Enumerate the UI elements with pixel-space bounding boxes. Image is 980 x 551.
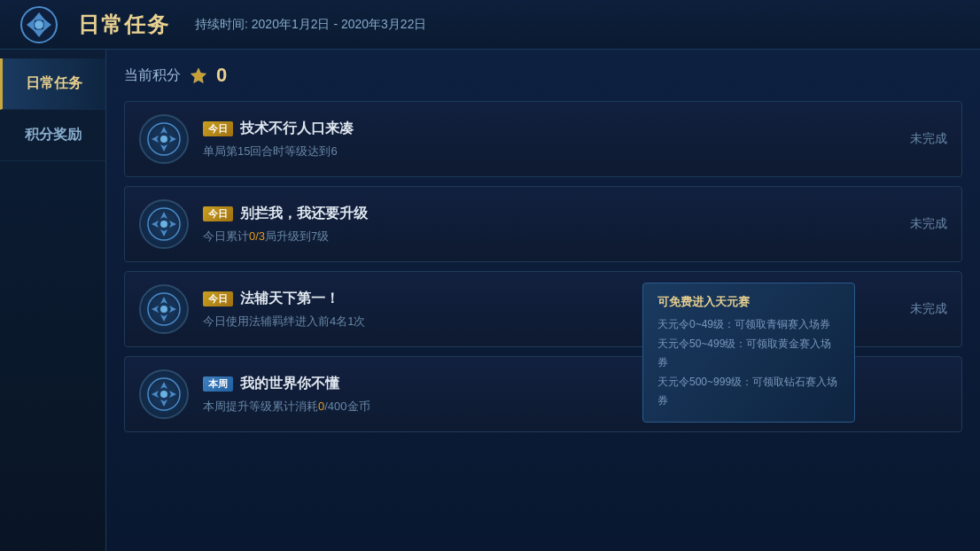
score-icon: [190, 66, 207, 84]
task-card-4: 本周 我的世界你不懂 本周提升等级累计消耗0/400金币 可免费进入天元赛 天元…: [124, 356, 962, 432]
task-title-3: 法辅天下第一！: [240, 290, 339, 308]
svg-marker-15: [160, 229, 167, 237]
task-card-2: 今日 别拦我，我还要升级 今日累计0/3局升级到7级 未完成: [124, 186, 962, 262]
svg-marker-10: [152, 136, 159, 143]
svg-marker-6: [191, 68, 206, 83]
svg-marker-11: [169, 136, 176, 143]
task-icon-1: [139, 114, 189, 164]
svg-point-18: [160, 221, 167, 228]
svg-marker-17: [169, 221, 176, 228]
sidebar: 日常任务 积分奖励: [0, 50, 106, 551]
task-status-3: 未完成: [910, 301, 947, 317]
task-card-1: 今日 技术不行人口来凑 单局第15回合时等级达到6 未完成: [124, 101, 962, 177]
sidebar-item-score[interactable]: 积分奖励: [0, 110, 105, 161]
tooltip-line-3: 天元令500~999级：可领取钻石赛入场券: [657, 373, 840, 411]
task-tag-1: 今日: [203, 121, 233, 136]
task-status-2: 未完成: [910, 216, 947, 232]
svg-marker-29: [169, 391, 176, 398]
header: 日常任务 持续时间: 2020年1月2日 - 2020年3月22日: [0, 0, 980, 50]
svg-marker-21: [160, 314, 167, 322]
task-status-1: 未完成: [910, 131, 947, 147]
task-title-row-2: 今日 别拦我，我还要升级: [203, 205, 896, 223]
score-value: 0: [216, 64, 227, 87]
svg-point-30: [160, 391, 167, 398]
task-title-4: 我的世界你不懂: [240, 375, 339, 393]
svg-marker-26: [160, 382, 167, 389]
svg-marker-27: [160, 400, 167, 407]
task-desc-suffix-2: 局升级到7级: [265, 229, 329, 243]
score-label: 当前积分: [124, 66, 181, 85]
task-tag-2: 今日: [203, 206, 233, 221]
svg-marker-9: [160, 144, 167, 151]
task-title-row-1: 今日 技术不行人口来凑: [203, 120, 896, 138]
task-info-2: 今日 别拦我，我还要升级 今日累计0/3局升级到7级: [203, 205, 896, 244]
main-layout: 日常任务 积分奖励 当前积分 0: [0, 50, 980, 551]
content-area: 当前积分 0 今日: [106, 50, 980, 551]
svg-marker-28: [152, 391, 159, 398]
task-icon-2: [139, 199, 189, 249]
header-duration: 持续时间: 2020年1月2日 - 2020年3月22日: [195, 17, 426, 33]
task-title-1: 技术不行人口来凑: [240, 120, 354, 138]
sidebar-item-daily[interactable]: 日常任务: [0, 58, 105, 110]
task-progress-2: 0/3: [249, 229, 265, 243]
svg-marker-23: [169, 306, 176, 313]
task-tag-3: 今日: [203, 291, 233, 307]
task-desc-1: 单局第15回合时等级达到6: [203, 144, 896, 159]
svg-point-5: [35, 20, 43, 29]
tooltip-popup: 可免费进入天元赛 天元令0~49级：可领取青铜赛入场券 天元令50~499级：可…: [642, 283, 855, 423]
svg-point-12: [160, 136, 167, 143]
task-desc-2: 今日累计0/3局升级到7级: [203, 229, 896, 244]
svg-marker-8: [160, 127, 167, 134]
tooltip-line-1: 天元令0~49级：可领取青铜赛入场券: [657, 315, 840, 335]
svg-point-24: [160, 306, 167, 313]
task-tag-4: 本周: [203, 376, 233, 392]
logo: [18, 4, 60, 46]
svg-marker-20: [160, 297, 167, 304]
task-desc-suffix-4: /400金币: [324, 400, 369, 413]
score-bar: 当前积分 0: [124, 64, 962, 87]
tooltip-title: 可免费进入天元赛: [657, 294, 840, 310]
task-icon-4: [139, 369, 189, 419]
task-info-1: 今日 技术不行人口来凑 单局第15回合时等级达到6: [203, 120, 896, 159]
tooltip-line-2: 天元令50~499级：可领取黄金赛入场券: [657, 335, 840, 373]
svg-marker-22: [152, 306, 159, 313]
task-desc-prefix-2: 今日累计: [203, 229, 249, 243]
page-title: 日常任务: [78, 11, 170, 39]
svg-marker-16: [152, 221, 159, 228]
task-desc-prefix-4: 本周提升等级累计消耗: [203, 400, 318, 413]
task-title-2: 别拦我，我还要升级: [240, 205, 368, 223]
svg-marker-14: [160, 212, 167, 219]
task-icon-3: [139, 284, 189, 334]
